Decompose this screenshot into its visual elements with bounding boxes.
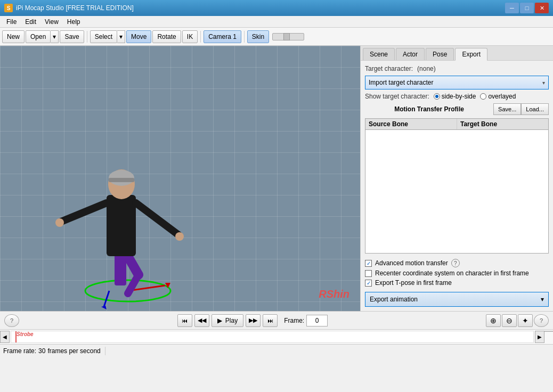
rotate-button[interactable]: Rotate <box>152 30 181 43</box>
select-dropdown-arrow[interactable]: ▾ <box>117 30 125 43</box>
radio-overlayed-label: overlayed <box>488 93 516 100</box>
recenter-label: Recenter coordinate system on character … <box>375 270 529 277</box>
radio-sidebyside-label: side-by-side <box>442 93 476 100</box>
fps-unit-label: frames per second <box>47 347 100 355</box>
load-profile-button[interactable]: Load... <box>521 103 549 115</box>
motion-transfer-header: Motion Transfer Profile Save... Load... <box>365 103 549 115</box>
radio-overlayed[interactable]: overlayed <box>480 93 516 100</box>
frame-rate-label: Frame rate: <box>3 347 36 355</box>
playback-help-button[interactable]: ? <box>4 314 19 327</box>
open-button[interactable]: Open <box>26 30 51 43</box>
move-button[interactable]: Move <box>126 30 151 43</box>
dropdown-arrow-icon: ▾ <box>542 80 545 86</box>
save-button[interactable]: Save <box>60 30 84 43</box>
sep3 <box>244 31 245 43</box>
select-button[interactable]: Select <box>90 30 117 43</box>
timeline-vscroll[interactable] <box>544 331 553 332</box>
radio-overlayed-circle[interactable] <box>480 93 486 100</box>
menu-edit[interactable]: Edit <box>21 17 40 27</box>
fastfwd-button[interactable]: ▶▶ <box>246 314 261 327</box>
rewind-button[interactable]: ◀◀ <box>194 314 209 327</box>
import-target-dropdown[interactable]: Import target character ▾ <box>365 76 549 89</box>
skin-slider[interactable] <box>272 33 304 40</box>
app-icon: S <box>4 4 13 12</box>
svg-line-9 <box>61 203 107 222</box>
zoom-out-button[interactable]: ⊖ <box>502 314 517 327</box>
slider-track[interactable] <box>272 33 304 40</box>
svg-rect-8 <box>107 195 136 256</box>
bone-table-header: Source Bone Target Bone <box>365 119 548 130</box>
motion-transfer-title: Motion Transfer Profile <box>365 105 493 113</box>
zoom-help-button[interactable]: ? <box>534 314 549 327</box>
close-button[interactable]: ✕ <box>535 3 549 13</box>
tpose-checkbox[interactable] <box>365 280 372 287</box>
bone-table-body <box>365 130 548 236</box>
tab-actor[interactable]: Actor <box>396 48 425 60</box>
tpose-label: Export T-pose in first frame <box>375 279 452 287</box>
menu-bar: File Edit View Help <box>0 16 553 28</box>
frame-input[interactable] <box>306 315 328 326</box>
advanced-motion-label: Advanced motion transfer <box>375 259 448 267</box>
target-character-value: (none) <box>417 65 436 72</box>
timeline-track[interactable]: Strobe <box>11 331 534 343</box>
skin-button[interactable]: Skin <box>247 30 269 43</box>
toolbar: New Open ▾ Save Select ▾ Move Rotate IK … <box>0 28 553 46</box>
watermark: RShin <box>319 288 349 300</box>
select-dropdown[interactable]: Select ▾ <box>90 30 125 43</box>
menu-view[interactable]: View <box>40 17 63 27</box>
svg-point-10 <box>55 218 64 227</box>
maximize-button[interactable]: □ <box>520 3 534 13</box>
bone-table: Source Bone Target Bone <box>365 118 549 254</box>
tpose-row: Export T-pose in first frame <box>365 279 549 287</box>
show-target-label: Show target character: <box>365 93 429 100</box>
svg-line-11 <box>136 203 178 235</box>
tab-scene[interactable]: Scene <box>363 48 395 60</box>
zoom-in-button[interactable]: ⊕ <box>486 314 501 327</box>
open-dropdown[interactable]: Open ▾ <box>26 30 59 43</box>
target-bone-header: Target Bone <box>457 119 548 129</box>
right-panel: Scene Actor Pose Export Target character… <box>360 46 553 311</box>
timeline-marker-label: Strobe <box>17 331 34 337</box>
playback-bar: ? ⏮ ◀◀ ▶ Play ▶▶ ⏭ Frame: ⊕ ⊖ ✦ ? <box>0 311 553 329</box>
export-dropdown-arrow-icon: ▾ <box>541 296 544 303</box>
timeline-scroll-left-button[interactable]: ◀ <box>0 331 10 343</box>
import-target-label: Import target character <box>369 79 433 86</box>
save-profile-button[interactable]: Save... <box>493 103 521 115</box>
tab-export[interactable]: Export <box>455 48 487 61</box>
play-button[interactable]: ▶ Play <box>212 314 243 327</box>
recenter-checkbox[interactable] <box>365 270 372 277</box>
radio-sidebyside[interactable]: side-by-side <box>434 93 476 100</box>
add-keyframe-button[interactable]: ✦ <box>518 314 533 327</box>
menu-file[interactable]: File <box>2 17 21 27</box>
skip-start-button[interactable]: ⏮ <box>177 314 192 327</box>
svg-point-12 <box>175 232 184 241</box>
tab-bar: Scene Actor Pose Export <box>361 46 553 61</box>
target-character-label: Target character: <box>365 65 413 72</box>
status-separator <box>105 347 105 355</box>
camera1-button[interactable]: Camera 1 <box>204 30 241 43</box>
source-bone-header: Source Bone <box>365 119 457 129</box>
minimize-button[interactable]: ─ <box>505 3 519 13</box>
menu-help[interactable]: Help <box>63 17 85 27</box>
radio-sidebyside-circle[interactable] <box>434 93 440 100</box>
title-bar-left: S iPi Mocap Studio [FREE TRIAL EDITION] <box>4 4 134 12</box>
advanced-motion-help-icon[interactable]: ? <box>451 259 460 267</box>
app-title: iPi Mocap Studio [FREE TRIAL EDITION] <box>16 4 134 12</box>
export-animation-label: Export animation <box>370 296 418 303</box>
tab-pose[interactable]: Pose <box>426 48 454 60</box>
advanced-motion-checkbox[interactable] <box>365 260 372 267</box>
zoom-controls: ⊕ ⊖ ✦ ? <box>486 314 549 327</box>
timeline-scroll-right-button[interactable]: ▶ <box>535 331 544 343</box>
show-target-row: Show target character: side-by-side over… <box>365 93 549 100</box>
sep1 <box>87 31 87 43</box>
viewport[interactable]: RShin <box>0 46 360 311</box>
frame-label: Frame: <box>284 317 304 324</box>
export-animation-dropdown[interactable]: Export animation ▾ <box>365 292 549 307</box>
play-icon: ▶ <box>217 317 222 324</box>
slider-thumb[interactable] <box>283 33 290 40</box>
svg-line-3 <box>104 291 109 307</box>
ik-button[interactable]: IK <box>182 30 198 43</box>
skip-end-button[interactable]: ⏭ <box>263 314 278 327</box>
open-dropdown-arrow[interactable]: ▾ <box>51 30 59 43</box>
new-button[interactable]: New <box>2 30 25 43</box>
